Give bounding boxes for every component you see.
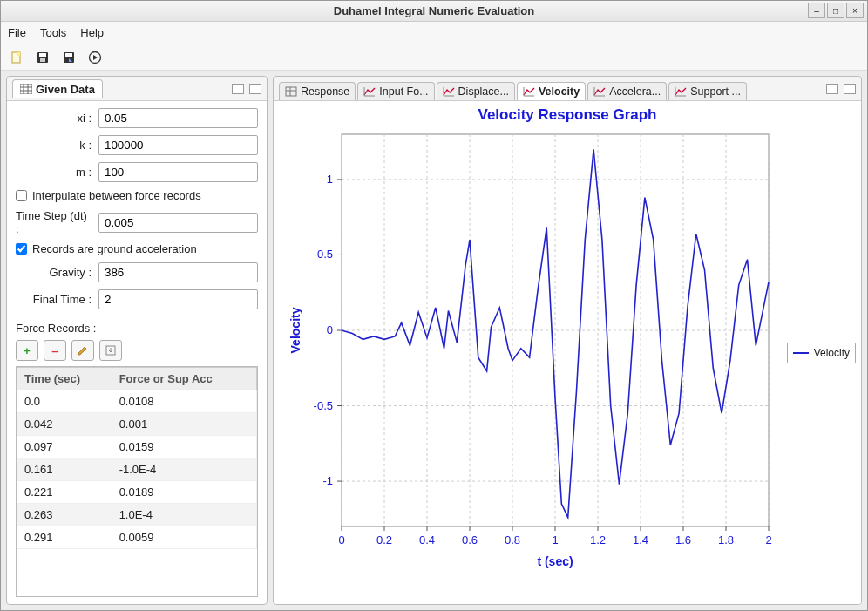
save-button[interactable] bbox=[34, 49, 51, 66]
svg-text:1: 1 bbox=[327, 173, 333, 186]
cell-time: 0.097 bbox=[17, 436, 112, 458]
chart-icon bbox=[443, 86, 455, 97]
tab-label: Displace... bbox=[458, 85, 509, 98]
chart-panel-maximize-button[interactable] bbox=[844, 84, 856, 94]
minus-icon: – bbox=[51, 344, 58, 357]
svg-rect-3 bbox=[39, 53, 46, 57]
open-button[interactable] bbox=[60, 49, 78, 66]
given-data-tab[interactable]: Given Data bbox=[12, 79, 103, 98]
tab-label: Input Fo... bbox=[379, 85, 428, 98]
menubar: File Tools Help bbox=[1, 22, 867, 44]
edit-record-button[interactable] bbox=[71, 340, 94, 361]
cell-force: 1.0E-4 bbox=[112, 504, 256, 526]
cell-force: 0.001 bbox=[112, 413, 256, 436]
dt-label: Time Step (dt) : bbox=[16, 209, 98, 235]
menu-help[interactable]: Help bbox=[80, 26, 104, 39]
table-row[interactable]: 0.161-1.0E-4 bbox=[17, 458, 257, 481]
panel-minimize-button[interactable] bbox=[232, 84, 244, 94]
cell-time: 0.291 bbox=[17, 526, 112, 549]
menu-tools[interactable]: Tools bbox=[40, 26, 66, 39]
add-record-button[interactable]: + bbox=[16, 340, 38, 361]
chart-icon bbox=[523, 86, 535, 97]
tab-accelera[interactable]: Accelera... bbox=[587, 82, 667, 100]
svg-text:-1: -1 bbox=[322, 474, 333, 487]
chart-tabs: ResponseInput Fo...Displace...VelocityAc… bbox=[274, 77, 861, 101]
col-time-header[interactable]: Time (sec) bbox=[17, 368, 112, 390]
svg-rect-1 bbox=[17, 52, 20, 56]
svg-rect-4 bbox=[40, 58, 45, 62]
svg-text:1.4: 1.4 bbox=[633, 533, 648, 547]
tab-support[interactable]: Support ... bbox=[668, 82, 747, 100]
pencil-icon bbox=[77, 344, 89, 356]
tab-input-fo[interactable]: Input Fo... bbox=[357, 82, 434, 100]
minimize-button[interactable]: – bbox=[808, 3, 825, 18]
dt-input[interactable] bbox=[98, 213, 258, 233]
cell-time: 0.042 bbox=[17, 413, 112, 436]
chart-icon bbox=[363, 86, 376, 97]
k-label: k : bbox=[16, 139, 98, 152]
tab-response[interactable]: Response bbox=[279, 82, 356, 100]
chart-panel: ResponseInput Fo...Displace...VelocityAc… bbox=[273, 76, 862, 605]
window-title: Duhamel Integral Numeric Evaluation bbox=[334, 4, 534, 17]
xi-input[interactable] bbox=[98, 108, 258, 128]
m-input[interactable] bbox=[98, 162, 258, 182]
svg-rect-8 bbox=[20, 84, 32, 94]
tab-label: Velocity bbox=[539, 85, 580, 98]
svg-text:1: 1 bbox=[552, 533, 558, 547]
gravity-label: Gravity : bbox=[16, 266, 98, 279]
menu-file[interactable]: File bbox=[8, 26, 26, 39]
table-row[interactable]: 0.00.0108 bbox=[17, 390, 257, 413]
import-icon bbox=[105, 344, 117, 356]
xi-label: xi : bbox=[16, 112, 98, 125]
toolbar bbox=[1, 44, 867, 71]
svg-text:2: 2 bbox=[765, 533, 771, 547]
svg-text:0.2: 0.2 bbox=[376, 533, 392, 547]
close-button[interactable]: × bbox=[846, 3, 864, 18]
ground-accel-checkbox[interactable] bbox=[16, 243, 27, 255]
k-input[interactable] bbox=[98, 135, 258, 155]
tab-label: Accelera... bbox=[609, 85, 661, 98]
open-icon bbox=[62, 51, 76, 64]
m-label: m : bbox=[16, 166, 98, 179]
velocity-chart: 00.20.40.60.811.21.41.61.82-1-0.500.51t … bbox=[281, 126, 847, 596]
cell-force: 0.0159 bbox=[112, 436, 256, 458]
table-row[interactable]: 0.2631.0E-4 bbox=[17, 504, 257, 526]
panel-maximize-button[interactable] bbox=[249, 84, 261, 94]
table-row[interactable]: 0.0970.0159 bbox=[17, 436, 257, 458]
svg-text:t (sec): t (sec) bbox=[537, 554, 573, 568]
table-row[interactable]: 0.2210.0189 bbox=[17, 481, 257, 504]
chart-panel-minimize-button[interactable] bbox=[826, 84, 838, 94]
play-icon bbox=[88, 51, 102, 64]
tab-label: Response bbox=[301, 85, 349, 98]
cell-force: 0.0108 bbox=[112, 390, 256, 413]
new-file-button[interactable] bbox=[8, 49, 25, 66]
chart-icon bbox=[593, 86, 606, 97]
tab-velocity[interactable]: Velocity bbox=[517, 82, 586, 100]
cell-force: -1.0E-4 bbox=[112, 458, 256, 481]
final-time-input[interactable] bbox=[98, 289, 258, 309]
svg-text:1.8: 1.8 bbox=[718, 533, 734, 547]
remove-record-button[interactable]: – bbox=[44, 340, 66, 361]
cell-time: 0.263 bbox=[17, 504, 112, 526]
run-button[interactable] bbox=[86, 49, 104, 66]
cell-time: 0.161 bbox=[17, 458, 112, 481]
ground-accel-label: Records are ground acceleration bbox=[32, 242, 197, 255]
col-force-header[interactable]: Force or Sup Acc bbox=[112, 368, 256, 390]
svg-text:0.8: 0.8 bbox=[505, 533, 520, 547]
cell-force: 0.0189 bbox=[112, 481, 256, 504]
table-row[interactable]: 0.0420.001 bbox=[17, 413, 257, 436]
titlebar: Duhamel Integral Numeric Evaluation – □ … bbox=[1, 1, 867, 22]
chart-title: Velocity Response Graph bbox=[274, 106, 861, 124]
import-record-button[interactable] bbox=[99, 340, 122, 361]
interpolate-label: Interpulate between force records bbox=[32, 189, 201, 202]
interpolate-checkbox[interactable] bbox=[16, 190, 27, 201]
tab-displace[interactable]: Displace... bbox=[437, 82, 515, 100]
svg-text:Velocity: Velocity bbox=[288, 307, 302, 353]
table-row[interactable]: 0.2910.0059 bbox=[17, 526, 257, 549]
given-data-tab-label: Given Data bbox=[36, 83, 95, 96]
save-icon bbox=[36, 51, 50, 64]
final-time-label: Final Time : bbox=[16, 293, 98, 306]
gravity-input[interactable] bbox=[98, 262, 258, 282]
force-records-table[interactable]: Time (sec) Force or Sup Acc 0.00.01080.0… bbox=[17, 367, 257, 549]
maximize-button[interactable]: □ bbox=[827, 3, 844, 18]
